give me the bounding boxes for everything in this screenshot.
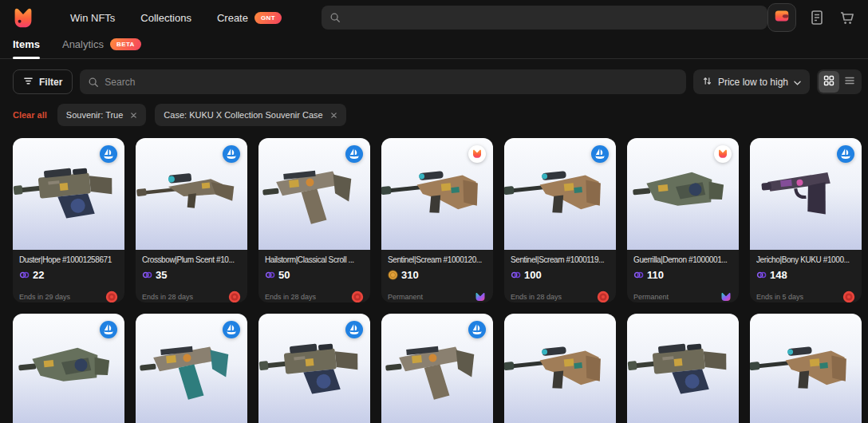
cart-button[interactable] (838, 8, 857, 27)
list-view-button[interactable] (839, 71, 860, 93)
list-view-icon (844, 75, 855, 89)
sort-label: Price low to high (718, 77, 788, 88)
filter-chip-label: Case: KUKU X Collection Souvenir Case (164, 110, 322, 120)
top-bar: Win NFTs Collections Create GNT (0, 0, 868, 35)
weapon-image (750, 138, 862, 250)
nft-card[interactable]: Hailstorm|Classical Scroll ... 50 Ends i… (258, 138, 370, 302)
orders-button[interactable] (807, 8, 827, 27)
tab-analytics[interactable]: Analytics BETA (62, 38, 141, 58)
card-footer: Ends in 28 days (265, 291, 364, 302)
price-row: 22 (19, 269, 118, 281)
nft-card[interactable] (504, 314, 616, 423)
nft-card[interactable]: Duster|Hope #10001258671 22 Ends in 29 d… (13, 138, 124, 302)
fox-badge-icon (713, 144, 732, 164)
weapon-image (381, 314, 493, 423)
wallet-button[interactable] (767, 3, 796, 32)
duration-label: Permanent (633, 293, 669, 301)
nav-win-nfts[interactable]: Win NFTs (70, 12, 115, 24)
close-icon[interactable] (130, 112, 137, 119)
nft-card[interactable] (13, 314, 124, 423)
nft-card[interactable]: Guerrilla|Demon #1000001... 110 Permanen… (627, 138, 739, 302)
purple-token-icon (142, 270, 152, 280)
weapon-image (627, 138, 739, 250)
nft-card[interactable]: Jericho|Bony KUKU #1000... 148 Ends in 5… (750, 138, 862, 302)
card-info: Crossbow|Plum Scent #10... 35 Ends in 28… (136, 250, 247, 302)
tab-items[interactable]: Items (13, 38, 40, 58)
nft-card[interactable] (750, 314, 862, 423)
card-footer: Ends in 28 days (511, 291, 610, 302)
price-row: 310 (388, 269, 487, 281)
items-page: Filter Price low to high (0, 69, 868, 423)
card-title: Guerrilla|Demon #1000001... (633, 255, 732, 265)
purple-token-icon (633, 270, 644, 280)
card-title: Jericho|Bony KUKU #1000... (756, 255, 855, 265)
fox-logo-icon[interactable] (13, 6, 34, 30)
active-filters: Clear all Souvenir: True Case: KUKU X Co… (13, 104, 855, 126)
duration-label: Permanent (388, 293, 423, 301)
weapon-image (381, 138, 493, 250)
card-footer: Permanent (388, 291, 487, 302)
main-nav: Win NFTs Collections Create GNT (70, 12, 307, 24)
weapon-image (13, 314, 124, 423)
weapon-image (627, 314, 739, 423)
items-search-input[interactable] (105, 77, 678, 88)
opensea-badge-icon (836, 144, 855, 164)
opensea-badge-icon (345, 320, 364, 339)
grid-view-button[interactable] (819, 71, 839, 93)
sort-arrows-icon (702, 76, 712, 89)
price-row: 35 (142, 269, 241, 281)
nft-card[interactable] (627, 314, 739, 423)
chevron-down-icon (794, 77, 801, 88)
nft-card[interactable]: Sentinel|Scream #1000119... 100 Ends in … (504, 138, 616, 302)
weapon-image (504, 138, 616, 250)
filter-button[interactable]: Filter (13, 69, 73, 94)
items-search (80, 69, 686, 94)
nft-card[interactable] (381, 314, 493, 423)
grid-view-icon (823, 75, 834, 89)
nav-create[interactable]: Create GNT (217, 12, 282, 24)
nav-collections[interactable]: Collections (140, 12, 191, 24)
sort-dropdown[interactable]: Price low to high (693, 69, 810, 94)
purple-token-icon (511, 270, 521, 280)
opensea-badge-icon (99, 320, 118, 339)
clear-all-button[interactable]: Clear all (13, 110, 47, 120)
purple-token-icon (19, 270, 30, 280)
fox-multicolor-icon (720, 291, 732, 302)
price-value: 110 (647, 269, 664, 281)
search-icon (329, 12, 341, 23)
card-info: Jericho|Bony KUKU #1000... 148 Ends in 5… (750, 250, 862, 302)
filter-chip-souvenir: Souvenir: True (57, 104, 147, 126)
duration-label: Ends in 29 days (19, 293, 70, 301)
card-footer: Permanent (633, 291, 732, 302)
weapon-image (13, 138, 124, 250)
card-title: Sentinel|Scream #1000120... (388, 255, 487, 265)
nav-create-label: Create (217, 12, 248, 24)
price-value: 148 (770, 269, 787, 281)
opensea-badge-icon (222, 144, 241, 164)
nft-card[interactable]: Sentinel|Scream #1000120... 310 Permanen… (381, 138, 493, 302)
duration-label: Ends in 28 days (511, 293, 562, 301)
card-footer: Ends in 28 days (142, 291, 241, 302)
card-info: Hailstorm|Classical Scroll ... 50 Ends i… (258, 250, 370, 302)
nft-card[interactable] (258, 314, 370, 423)
duration-label: Ends in 28 days (265, 293, 316, 301)
price-value: 310 (401, 269, 419, 281)
close-icon[interactable] (330, 112, 337, 119)
card-footer: Ends in 29 days (19, 291, 118, 302)
red-token-icon (228, 291, 241, 302)
view-toggle (817, 69, 862, 94)
red-token-icon (105, 291, 118, 302)
weapon-image (504, 314, 616, 423)
global-search-input[interactable] (345, 12, 760, 23)
purple-token-icon (265, 270, 275, 280)
tab-analytics-label: Analytics (62, 38, 104, 50)
opensea-badge-icon (468, 320, 487, 339)
nft-card[interactable] (136, 314, 247, 423)
weapon-image (258, 314, 370, 423)
weapon-image (136, 314, 247, 423)
filter-button-label: Filter (39, 77, 62, 88)
toolbar: Filter Price low to high (13, 69, 862, 94)
duration-label: Ends in 5 days (756, 293, 803, 301)
opensea-badge-icon (345, 144, 364, 164)
nft-card[interactable]: Crossbow|Plum Scent #10... 35 Ends in 28… (136, 138, 247, 302)
